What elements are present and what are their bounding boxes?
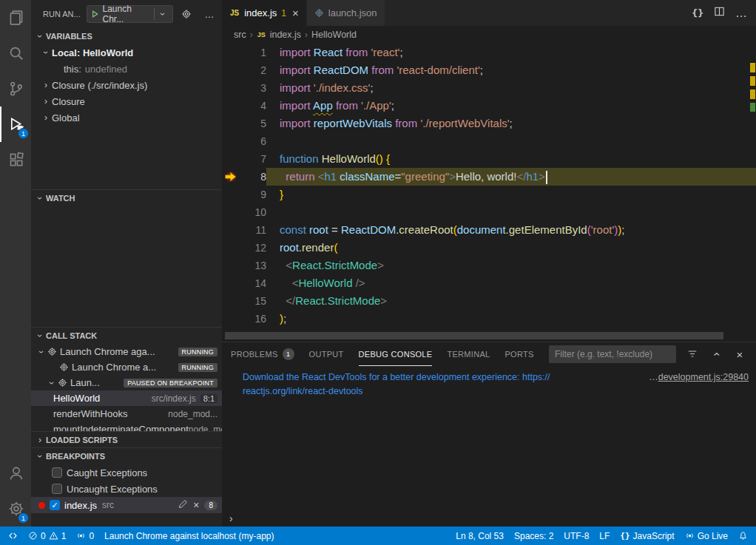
loaded-scripts-header[interactable]: › LOADED SCRIPTS [31,432,222,447]
scope-closure2-row[interactable]: › Closure [31,93,222,109]
breakpoint-uncaught-row[interactable]: Uncaught Exceptions [31,481,222,497]
remote-indicator-icon[interactable] [3,527,23,545]
code-line-14[interactable]: 14 <HelloWorld /> [222,274,756,292]
checkbox-checked[interactable]: ✓ [50,500,60,510]
glyph-margin[interactable] [222,115,241,132]
tab-problems[interactable]: PROBLEMS 1 [231,342,294,366]
code-line-3[interactable]: 3import './index.css'; [222,79,756,97]
filter-icon[interactable] [685,347,700,362]
accounts-icon[interactable] [0,456,31,491]
ports-status[interactable]: 0 [71,527,99,545]
variables-header[interactable]: › VARIABLES [31,28,222,44]
glyph-margin[interactable] [222,203,241,221]
console-filter-input[interactable] [549,345,676,363]
run-debug-icon[interactable]: 1 [0,106,31,142]
notifications-bell-icon[interactable] [733,527,753,545]
launch-config-dropdown[interactable]: Launch Chr... › [87,5,173,23]
code-line-2[interactable]: 2import ReactDOM from 'react-dom/client'… [222,61,756,79]
code-line-1[interactable]: 1import React from 'react'; [222,44,756,61]
glyph-margin[interactable] [222,310,241,328]
explorer-icon[interactable] [0,0,31,35]
glyph-margin[interactable] [222,97,241,115]
watch-header[interactable]: › WATCH [31,190,222,206]
scope-closure1-row[interactable]: › Closure (./src/index.js) [31,77,222,93]
glyph-margin[interactable] [222,132,241,150]
glyph-margin[interactable] [222,44,241,61]
tab-launchjson[interactable]: launch.json [307,0,385,26]
checkbox-unchecked[interactable] [52,467,62,478]
more-actions-icon[interactable]: … [735,7,747,20]
code-editor[interactable]: 1import React from 'react';2import React… [222,44,756,342]
code-line-15[interactable]: 15 </React.StrictMode> [222,292,756,310]
stack-frame-row[interactable]: renderWithHooks node_mod... [31,406,222,422]
code-line-13[interactable]: 13 <React.StrictMode> [222,257,756,274]
breadcrumb-file[interactable]: index.js [270,30,301,40]
go-live-status[interactable]: Go Live [680,527,733,545]
tab-debug-console[interactable]: DEBUG CONSOLE [359,342,433,366]
glyph-margin[interactable] [222,292,241,310]
console-message[interactable]: Download the React DevTools for a better… [222,370,756,385]
tab-terminal[interactable]: TERMINAL [447,342,490,366]
stack-frame-row[interactable]: mountIndeterminateComponent node_mod... [31,422,222,431]
console-message[interactable]: reactjs.org/link/react-devtools [222,385,756,399]
console-source-location[interactable]: …development.js:29840 [649,370,749,385]
eol-status[interactable]: LF [594,527,615,545]
code-line-6[interactable]: 6 [222,132,756,150]
code-line-5[interactable]: 5import reportWebVitals from './reportWe… [222,115,756,132]
code-line-16[interactable]: 16); [222,310,756,328]
scope-global-row[interactable]: › Global [31,109,222,126]
tab-ports[interactable]: PORTS [504,342,533,366]
call-stack-header[interactable]: › CALL STACK [31,328,222,344]
more-actions-icon[interactable]: … [203,7,216,21]
debug-target-status[interactable]: Launch Chrome against localhost (my-app) [99,527,279,545]
glyph-margin[interactable] [222,257,241,274]
debug-session-row[interactable]: › Launch Chrome aga... RUNNING [31,344,222,359]
glyph-margin[interactable] [222,239,241,257]
braces-icon[interactable]: {} [692,7,703,18]
code-line-9[interactable]: 9} [222,186,756,203]
language-status[interactable]: {} JavaScript [615,527,679,545]
breadcrumb-symbol[interactable]: HelloWorld [311,30,357,40]
code-line-10[interactable]: 10 [222,203,756,221]
problems-status[interactable]: 0 1 [23,527,71,545]
code-line-7[interactable]: 7function HelloWorld() { [222,150,756,168]
extensions-icon[interactable] [0,142,31,177]
debug-console-input[interactable]: › [222,510,756,527]
scope-local-row[interactable]: › Local: HelloWorld [31,44,222,61]
code-line-4[interactable]: 4import App from './App'; [222,97,756,115]
debug-current-line-arrow-icon[interactable] [222,168,241,186]
close-tab-icon[interactable]: × [292,7,299,19]
glyph-margin[interactable] [222,79,241,97]
settings-gear-icon[interactable]: 1 [0,491,31,527]
code-line-8[interactable]: 8 return <h1 className="greeting">Hello,… [222,168,756,186]
edit-breakpoint-icon[interactable] [178,499,188,511]
code-line-12[interactable]: 12root.render( [222,239,756,257]
stack-frame-row[interactable]: HelloWorld src/index.js 8:1 [31,390,222,406]
code-line-11[interactable]: 11const root = ReactDOM.createRoot(docum… [222,221,756,239]
glyph-margin[interactable] [222,274,241,292]
encoding-status[interactable]: UTF-8 [558,527,594,545]
close-panel-icon[interactable]: × [732,347,747,362]
glyph-margin[interactable] [222,150,241,168]
glyph-margin[interactable] [222,186,241,203]
breakpoint-caught-row[interactable]: Caught Exceptions [31,464,222,481]
debug-settings-gear-icon[interactable] [179,7,194,21]
source-control-icon[interactable] [0,71,31,106]
breakpoints-header[interactable]: › BREAKPOINTS [31,448,222,464]
breakpoint-file-row[interactable]: ✓ index.js src × 8 [31,497,222,513]
variable-this-row[interactable]: this: undefined [31,61,222,77]
glyph-margin[interactable] [222,221,241,239]
maximize-panel-icon[interactable]: › [709,347,723,362]
indentation-status[interactable]: Spaces: 2 [509,527,558,545]
search-icon[interactable] [0,35,31,71]
debug-session-row[interactable]: Launch Chrome a... RUNNING [31,359,222,375]
tab-output[interactable]: OUTPUT [309,342,344,366]
tab-indexjs[interactable]: JS index.js 1 × [222,0,307,26]
remove-breakpoint-icon[interactable]: × [193,499,199,511]
checkbox-unchecked[interactable] [52,484,62,494]
horizontal-scrollbar[interactable] [225,332,723,339]
glyph-margin[interactable] [222,61,241,79]
split-editor-icon[interactable] [714,6,725,20]
cursor-position-status[interactable]: Ln 8, Col 53 [450,527,509,545]
debug-session-row[interactable]: › Laun... PAUSED ON BREAKPOINT [31,375,222,390]
